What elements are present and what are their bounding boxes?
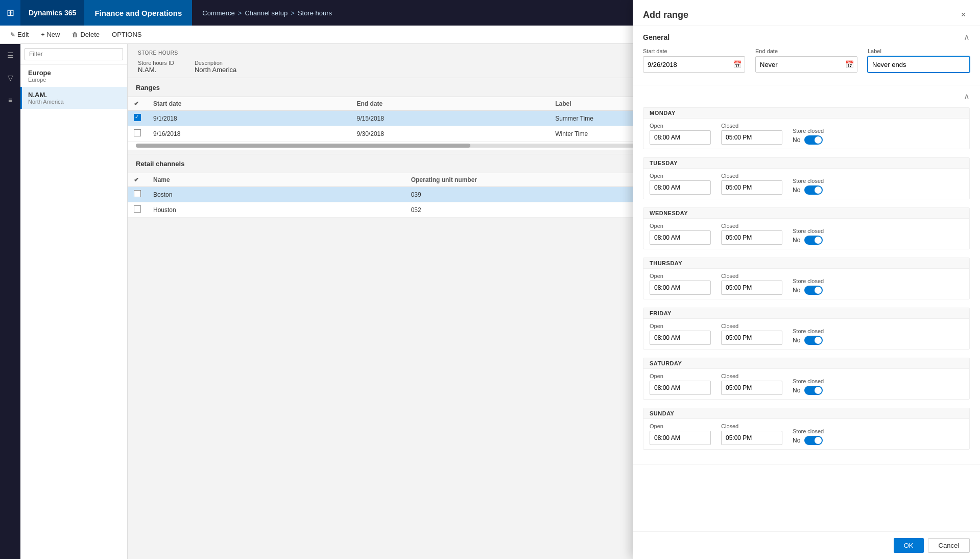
thursday-store-closed-toggle[interactable] xyxy=(804,286,823,295)
tuesday-store-closed-toggle[interactable] xyxy=(804,185,823,195)
row-checkbox[interactable] xyxy=(134,205,141,213)
friday-open-label: Open xyxy=(650,323,711,329)
label-group: Label xyxy=(868,48,970,73)
ranges-col-startdate: Start date xyxy=(147,97,351,111)
saturday-closed-input[interactable] xyxy=(721,381,782,395)
list-icon[interactable]: ≡ xyxy=(5,93,15,107)
thursday-open-group: Open xyxy=(650,273,711,295)
filter-icon[interactable]: ▽ xyxy=(5,71,16,85)
start-date-input[interactable]: 9/26/2018 📅 xyxy=(643,56,745,73)
tuesday-open-input[interactable] xyxy=(650,180,711,195)
thursday-block: THURSDAY Open Closed Store closed No xyxy=(643,258,970,299)
saturday-store-closed-value-row: No xyxy=(793,386,823,395)
thursday-open-input[interactable] xyxy=(650,281,711,295)
end-date-input[interactable]: Never 📅 xyxy=(755,56,857,73)
ok-button[interactable]: OK xyxy=(894,538,924,553)
thursday-closed-input[interactable] xyxy=(721,281,782,295)
monday-store-closed-label: Store closed xyxy=(793,128,824,134)
friday-closed-label: Closed xyxy=(721,323,782,329)
friday-store-closed-toggle[interactable] xyxy=(804,336,823,345)
tuesday-store-closed-no: No xyxy=(793,187,800,194)
monday-closed-group: Closed xyxy=(721,123,782,145)
sunday-header: SUNDAY xyxy=(643,408,969,419)
label-input[interactable] xyxy=(872,61,965,68)
range-start-date: 9/16/2018 xyxy=(147,126,351,142)
row-checkbox[interactable] xyxy=(134,114,141,121)
nav-item-europe-sub: Europe xyxy=(28,77,121,83)
retail-col-check: ✔ xyxy=(128,173,147,187)
label-label: Label xyxy=(868,48,970,54)
breadcrumb-store-hours[interactable]: Store hours xyxy=(298,9,332,17)
label-input-wrapper[interactable] xyxy=(868,56,970,73)
saturday-block: SATURDAY Open Closed Store closed No xyxy=(643,358,970,400)
sunday-block: SUNDAY Open Closed Store closed No xyxy=(643,408,970,450)
sunday-open-input[interactable] xyxy=(650,431,711,445)
monday-store-closed-toggle[interactable] xyxy=(804,135,823,145)
options-button[interactable]: OPTIONS xyxy=(107,29,147,40)
monday-closed-input[interactable] xyxy=(721,130,782,145)
modal-panel: Add range × General ∧ Start date 9/26/20… xyxy=(633,0,980,559)
friday-closed-group: Closed xyxy=(721,323,782,345)
filter-input[interactable] xyxy=(25,48,123,60)
cancel-button[interactable]: Cancel xyxy=(928,538,970,553)
grid-icon[interactable]: ⊞ xyxy=(0,0,20,26)
modal-close-button[interactable]: × xyxy=(957,8,970,21)
friday-open-input[interactable] xyxy=(650,331,711,345)
days-section-toggle[interactable]: ∧ xyxy=(964,91,970,101)
retail-name: Houston xyxy=(147,202,405,218)
breadcrumb-commerce[interactable]: Commerce xyxy=(202,9,235,17)
wednesday-closed-input[interactable] xyxy=(721,230,782,245)
start-date-value: 9/26/2018 xyxy=(648,61,740,68)
store-desc-label: Description xyxy=(195,60,236,66)
start-date-label: Start date xyxy=(643,48,745,54)
sidebar: ☰ ▽ ≡ xyxy=(0,44,20,559)
friday-store-closed-value-row: No xyxy=(793,336,823,345)
wednesday-store-closed-toggle[interactable] xyxy=(804,236,823,245)
nav-search-container xyxy=(20,44,127,65)
row-checkbox[interactable] xyxy=(134,190,141,197)
sunday-store-closed-no: No xyxy=(793,437,800,444)
nav-item-europe-title: Europe xyxy=(28,69,121,77)
nav-item-nam-title: N.AM. xyxy=(28,91,121,99)
days-section-header: ∧ xyxy=(643,91,970,101)
thursday-open-label: Open xyxy=(650,273,711,279)
monday-open-input[interactable] xyxy=(650,130,711,145)
wednesday-closed-group: Closed xyxy=(721,223,782,245)
saturday-store-closed: Store closed No xyxy=(793,378,824,395)
tuesday-closed-input[interactable] xyxy=(721,180,782,195)
saturday-open-input[interactable] xyxy=(650,381,711,395)
general-section-toggle[interactable]: ∧ xyxy=(964,32,970,42)
tuesday-store-closed-value-row: No xyxy=(793,185,823,195)
friday-closed-input[interactable] xyxy=(721,331,782,345)
hamburger-icon[interactable]: ☰ xyxy=(4,48,17,62)
friday-open-group: Open xyxy=(650,323,711,345)
store-id-label: Store hours ID xyxy=(138,60,174,66)
row-checkbox[interactable] xyxy=(134,129,141,136)
range-end-date: 9/15/2018 xyxy=(351,111,549,126)
sunday-closed-input[interactable] xyxy=(721,431,782,445)
thursday-store-closed: Store closed No xyxy=(793,278,824,295)
wednesday-open-input[interactable] xyxy=(650,230,711,245)
breadcrumb-sep1: > xyxy=(238,9,242,17)
nav-panel: Europe Europe N.AM. North America xyxy=(20,44,128,559)
edit-button[interactable]: ✎ Edit xyxy=(5,29,34,40)
delete-button[interactable]: 🗑 Delete xyxy=(67,29,105,40)
breadcrumb-channel-setup[interactable]: Channel setup xyxy=(245,9,288,17)
nav-item-nam[interactable]: N.AM. North America xyxy=(20,87,127,109)
end-date-value: Never xyxy=(760,61,853,68)
saturday-store-closed-toggle[interactable] xyxy=(804,386,823,395)
ranges-col-enddate: End date xyxy=(351,97,549,111)
new-button[interactable]: + New xyxy=(36,29,65,40)
retail-col-name: Name xyxy=(147,173,405,187)
days-section: ∧ MONDAY Open Closed Store closed xyxy=(633,85,980,464)
thursday-header: THURSDAY xyxy=(643,258,969,269)
modal-header: Add range × xyxy=(633,0,980,26)
sunday-store-closed-toggle[interactable] xyxy=(804,436,823,445)
saturday-store-closed-no: No xyxy=(793,387,800,394)
wednesday-header: WEDNESDAY xyxy=(643,208,969,219)
wednesday-closed-label: Closed xyxy=(721,223,782,229)
monday-header: MONDAY xyxy=(643,108,969,119)
nav-item-europe[interactable]: Europe Europe xyxy=(20,65,127,87)
scrollbar-thumb xyxy=(136,144,470,148)
friday-block: FRIDAY Open Closed Store closed No xyxy=(643,308,970,350)
